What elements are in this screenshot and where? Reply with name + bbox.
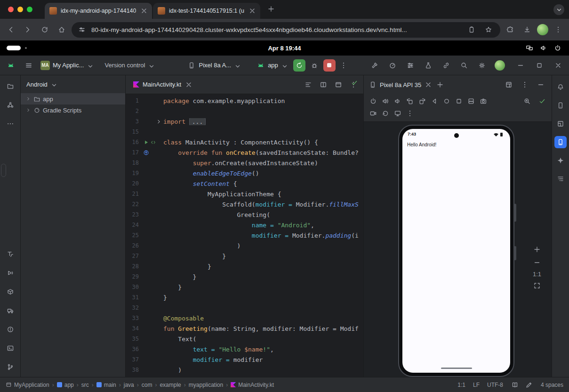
tool-window-drag-handle[interactable] [1,164,6,177]
device-tab-close-button[interactable] [424,80,433,89]
breadcrumb-item-java[interactable]: java [124,382,134,388]
layout-inspector-button[interactable] [554,118,567,130]
speaker-button[interactable] [539,44,548,52]
run-more-button[interactable] [337,59,350,72]
tab-search-button[interactable] [553,4,564,15]
browser-tab-1[interactable]: idx-my-android-app-1744140... [45,3,152,19]
window-grid-button[interactable] [503,79,515,91]
url-text[interactable]: 80-idx-my-android-app-1744140290428.clus… [91,26,461,33]
new-tab-button[interactable] [265,3,277,15]
tree-item-gradle-scripts[interactable]: Gradle Scripts [21,104,125,116]
indent-widget[interactable]: 4 spaces [541,382,563,388]
address-bar[interactable]: 80-idx-my-android-app-1744140290428.clus… [72,22,500,38]
displays-button[interactable] [525,44,534,52]
problems-button[interactable] [4,323,16,336]
troubleshoot-button[interactable] [422,59,434,72]
download-button[interactable] [521,24,533,36]
nav-overview-button[interactable] [453,96,465,107]
device-frame-button[interactable] [554,99,567,112]
device-tab-title[interactable]: Pixel 8a API 35 [380,81,421,88]
gesture-navigation-bar[interactable] [441,368,472,369]
gutter[interactable] [142,139,163,145]
close-window-button[interactable] [8,7,14,12]
vcs-widget[interactable]: Version control [104,62,153,69]
rotate-left-button[interactable] [404,96,416,107]
zoom-fit-button[interactable] [532,280,542,291]
project-widget[interactable]: MA My Applic... [40,61,92,70]
reader-button[interactable] [511,381,519,389]
clipboard-button[interactable] [465,24,478,36]
build-hammer-button[interactable] [369,59,381,72]
logcat-button[interactable] [4,304,16,317]
ide-close-button[interactable] [552,59,564,72]
caret-position-widget[interactable]: 1:1 [457,382,465,388]
encoding-widget[interactable]: UTF-8 [487,382,503,388]
profiler-button[interactable] [386,59,399,72]
rerun-button[interactable] [293,59,305,72]
running-devices-button[interactable] [554,136,567,148]
screen-record-button[interactable] [368,108,379,119]
zoom-window-button[interactable] [27,7,32,12]
window-mode-button[interactable] [332,79,345,91]
nav-back-button[interactable] [429,96,440,107]
sliders-button[interactable] [404,59,417,72]
gutter[interactable] [142,150,163,156]
breadcrumb-item-myapplication[interactable]: MyApplication [6,382,49,388]
power-button[interactable] [553,44,562,52]
home-button[interactable] [56,24,68,36]
gemini-button[interactable] [554,154,567,167]
extensions-button[interactable] [504,24,516,36]
line-list-button[interactable] [302,79,314,91]
breadcrumb-item-src[interactable]: src [81,382,89,388]
search-button[interactable] [458,59,470,72]
power-button[interactable] [368,96,379,107]
breadcrumb-item-example[interactable]: example [160,382,181,388]
more-v-button[interactable] [519,79,531,91]
inspections-ok-icon[interactable] [351,79,358,86]
forward-button[interactable] [22,24,34,36]
chevron-right-icon[interactable] [25,107,31,113]
breadcrumb-item-app[interactable]: app [57,382,74,388]
package-button[interactable] [4,286,16,298]
notifications-button[interactable] [554,81,567,93]
chevron-right-icon[interactable] [25,96,31,102]
camera-add-button[interactable] [478,96,489,107]
breadcrumb-item-mainactivity-kt[interactable]: MainActivity.kt [231,382,274,388]
folder-button[interactable] [4,80,16,92]
tab-close-button[interactable] [248,7,256,15]
more-v-button[interactable] [404,108,416,119]
site-info-button[interactable] [77,25,87,34]
browser-tab-2[interactable]: idx-test-1744140517915:1 (us... [153,3,260,19]
gutter[interactable] [142,119,163,125]
volume-up-button[interactable] [380,96,391,107]
nav-home-button[interactable] [441,96,452,107]
stop-button[interactable] [323,59,336,72]
profile-avatar[interactable] [537,24,548,35]
ide-maximize-button[interactable] [533,59,545,72]
structure-button[interactable] [554,173,567,185]
terminal-button[interactable] [4,342,16,354]
add-device-tab-button[interactable] [435,80,445,89]
user-avatar[interactable] [495,60,505,71]
line-separator-widget[interactable]: LF [473,382,480,388]
settings-button[interactable] [476,59,488,72]
check-green-button[interactable] [537,96,548,107]
split-view-button[interactable] [317,79,329,91]
reload-button[interactable] [39,24,51,36]
editor-tab-close-button[interactable] [184,80,193,89]
inspect-button[interactable] [525,381,533,389]
tab-close-button[interactable] [140,7,148,15]
back-button[interactable] [5,24,17,36]
device-selector[interactable]: Pixel 8a A... [187,61,240,70]
resource-manager-button[interactable] [4,99,16,111]
minimize-window-button[interactable] [17,7,23,12]
ide-minimize-button[interactable] [514,59,527,72]
editor-tab-mainactivity[interactable]: MainActivity.kt [129,75,197,94]
project-view-selector[interactable]: Android [21,75,125,93]
volume-down-button[interactable] [392,96,403,107]
rotate-right-button[interactable] [417,96,428,107]
zoom-in-button[interactable] [532,244,542,255]
star-button[interactable] [482,24,495,36]
git-branch-button[interactable] [4,361,16,373]
snapshot-restore-button[interactable] [380,108,391,119]
